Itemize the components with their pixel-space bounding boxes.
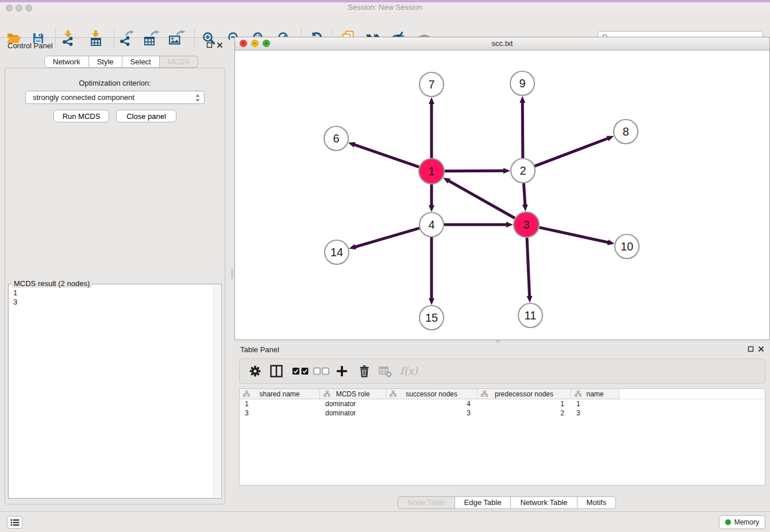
float-table-panel-icon[interactable]: [748, 346, 754, 352]
tab-node-table[interactable]: Node Table: [398, 496, 455, 509]
table-cell[interactable]: 1: [240, 399, 320, 408]
control-panel-tabs: NetworkStyleSelectMCDS: [44, 56, 198, 68]
graph-node-2[interactable]: 2: [511, 159, 535, 183]
close-panel-button[interactable]: Close panel: [116, 110, 176, 122]
graph-node-4[interactable]: 4: [419, 213, 444, 237]
graph-node-6[interactable]: 6: [324, 126, 348, 151]
graph-node-8[interactable]: 8: [614, 119, 638, 144]
column-header-successor-nodes[interactable]: successor nodes: [386, 389, 478, 399]
network-window-titlebar[interactable]: × − + scc.txt: [235, 37, 769, 51]
table-cell[interactable]: 1: [478, 399, 571, 408]
status-bar: Memory: [0, 511, 770, 532]
svg-text:f(x): f(x): [400, 365, 418, 377]
svg-text:2: 2: [519, 164, 526, 177]
control-panel-title: Control Panel: [7, 41, 53, 50]
table-header: shared nameMCDS rolesuccessor nodesprede…: [240, 389, 765, 399]
criterion-value: strongly connected component: [33, 93, 134, 102]
tab-network[interactable]: Network: [44, 56, 89, 68]
tab-mcds[interactable]: MCDS: [160, 56, 198, 68]
graph-edge-3-10[interactable]: [539, 228, 608, 242]
table-toolbar: f(x): [239, 358, 765, 384]
vertical-splitter[interactable]: [230, 38, 234, 511]
tab-edge-table[interactable]: Edge Table: [455, 496, 511, 509]
table-cell[interactable]: 4: [386, 399, 478, 408]
table-body: 1dominator4113dominator323: [240, 399, 765, 418]
svg-text:4: 4: [428, 218, 434, 231]
network-window: × − + scc.txt 7968124314101511: [234, 37, 770, 340]
network-canvas[interactable]: 7968124314101511: [235, 51, 769, 340]
svg-text:14: 14: [330, 246, 343, 259]
memory-button[interactable]: Memory: [719, 515, 765, 529]
delete-table-icon[interactable]: [378, 365, 392, 377]
graph-edge-2-9[interactable]: [522, 102, 523, 158]
list-icon: [10, 519, 20, 526]
svg-text:3: 3: [523, 218, 529, 231]
table-cell[interactable]: dominator: [320, 399, 386, 408]
add-column-icon[interactable]: [336, 365, 348, 377]
run-mcds-button[interactable]: Run MCDS: [53, 110, 109, 122]
table-row[interactable]: 1dominator411: [240, 399, 765, 408]
column-header-mcds-role[interactable]: MCDS role: [320, 389, 386, 399]
graph-node-9[interactable]: 9: [510, 71, 534, 95]
function-icon[interactable]: f(x): [399, 364, 419, 378]
header-filler: [619, 389, 765, 399]
graph-edge-1-6[interactable]: [354, 145, 419, 167]
graph-edge-4-14[interactable]: [355, 228, 419, 247]
window-title: Session: New Session: [0, 2, 770, 13]
close-table-panel-icon[interactable]: [758, 346, 764, 352]
graph-edge-2-3[interactable]: [523, 183, 525, 205]
trash-icon[interactable]: [358, 364, 371, 378]
graph-edge-3-11[interactable]: [527, 238, 530, 296]
svg-text:8: 8: [622, 125, 629, 138]
column-header-predecessor-nodes[interactable]: predecessor nodes: [478, 389, 571, 399]
deselect-all-icon[interactable]: [313, 367, 329, 375]
gear-icon[interactable]: [249, 365, 261, 377]
node-table: shared nameMCDS rolesuccessor nodesprede…: [239, 388, 765, 485]
svg-text:15: 15: [425, 311, 438, 324]
svg-text:7: 7: [428, 78, 434, 91]
table-cell[interactable]: 2: [478, 408, 571, 418]
graph-node-14[interactable]: 14: [325, 240, 349, 264]
columns-icon[interactable]: [270, 364, 283, 378]
graph-node-7[interactable]: 7: [419, 72, 444, 97]
column-header-name[interactable]: name: [571, 389, 619, 399]
table-panel-title: Table Panel: [240, 345, 279, 354]
optimization-criterion-label: Optimization criterion:: [0, 79, 230, 87]
table-panel: Table Panel f(x) shared nameMCDS rolesuc…: [234, 342, 770, 511]
graph-edge-1-2[interactable]: [445, 171, 504, 171]
table-cell[interactable]: 3: [571, 408, 619, 418]
graph-node-15[interactable]: 15: [419, 306, 444, 330]
mcds-result-lines[interactable]: 13: [9, 284, 221, 311]
graph-node-11[interactable]: 11: [518, 303, 542, 327]
graph-node-3[interactable]: 3: [514, 212, 539, 237]
result-scrollbar[interactable]: [213, 285, 221, 498]
task-history-button[interactable]: [7, 516, 22, 529]
result-line: 1: [13, 288, 217, 298]
graph-edge-2-8[interactable]: [535, 138, 609, 166]
svg-text:10: 10: [621, 240, 633, 253]
table-row[interactable]: 3dominator323: [240, 408, 765, 418]
select-stepper-icon: [195, 94, 201, 102]
table-cell[interactable]: 3: [386, 408, 478, 418]
table-cell[interactable]: 1: [571, 399, 619, 408]
table-tabs: Node TableEdge TableNetwork TableMotifs: [398, 496, 616, 509]
tab-select[interactable]: Select: [122, 56, 160, 68]
column-header-shared-name[interactable]: shared name: [240, 389, 320, 399]
table-cell[interactable]: dominator: [320, 408, 386, 418]
table-cell[interactable]: 3: [240, 408, 320, 418]
close-panel-icon[interactable]: [217, 42, 223, 48]
graph-edge-3-1[interactable]: [449, 181, 515, 218]
app-titlebar: Session: New Session: [0, 0, 770, 13]
result-line: 3: [13, 298, 217, 307]
tab-network-table[interactable]: Network Table: [511, 496, 577, 509]
tab-motifs[interactable]: Motifs: [578, 496, 617, 509]
svg-text:9: 9: [519, 77, 525, 90]
svg-text:11: 11: [525, 309, 537, 322]
graph-node-1[interactable]: 1: [419, 159, 444, 184]
graph-node-10[interactable]: 10: [615, 234, 639, 259]
criterion-select[interactable]: strongly connected component: [25, 91, 205, 104]
network-title: scc.txt: [235, 39, 769, 48]
select-all-icon[interactable]: [292, 367, 309, 376]
tab-style[interactable]: Style: [89, 56, 122, 68]
float-panel-icon[interactable]: [206, 42, 213, 48]
